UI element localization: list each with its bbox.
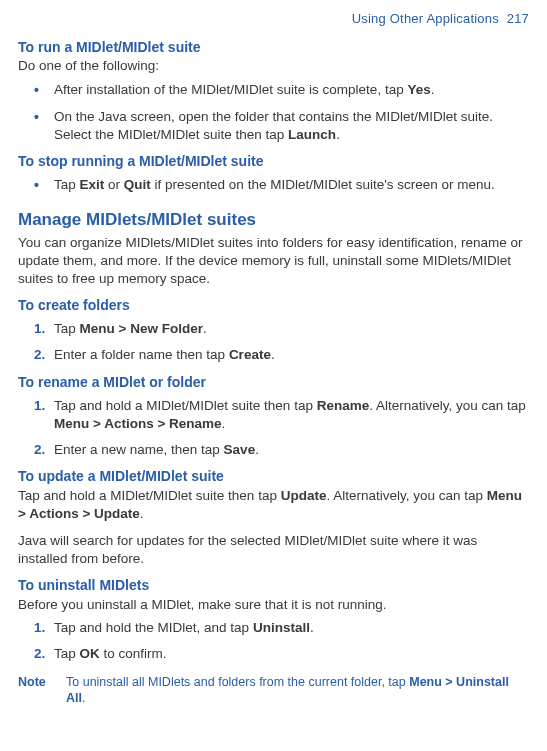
- section-title-stop: To stop running a MIDlet/MIDlet suite: [18, 152, 529, 171]
- num-item: 2. Tap OK to confirm.: [18, 645, 529, 663]
- rename-steps: 1. Tap and hold a MIDlet/MIDlet suite th…: [18, 397, 529, 460]
- stop-bullets: • Tap Exit or Quit if presented on the M…: [18, 176, 529, 195]
- section-title-uninstall: To uninstall MIDlets: [18, 576, 529, 595]
- step-number: 2.: [34, 441, 54, 459]
- bullet-text: On the Java screen, open the folder that…: [54, 108, 529, 144]
- step-number: 1.: [34, 619, 54, 637]
- step-text: Tap and hold a MIDlet/MIDlet suite then …: [54, 397, 529, 433]
- step-number: 2.: [34, 346, 54, 364]
- uninstall-steps: 1. Tap and hold the MIDlet, and tap Unin…: [18, 619, 529, 663]
- run-bullets: • After installation of the MIDlet/MIDle…: [18, 81, 529, 144]
- update-para1: Tap and hold a MIDlet/MIDlet suite then …: [18, 487, 529, 523]
- bullet-icon: •: [34, 108, 54, 144]
- bullet-item: • Tap Exit or Quit if presented on the M…: [18, 176, 529, 195]
- step-text: Tap Menu > New Folder.: [54, 320, 529, 338]
- section-title-create: To create folders: [18, 296, 529, 315]
- step-number: 2.: [34, 645, 54, 663]
- step-text: Enter a folder name then tap Create.: [54, 346, 529, 364]
- run-intro: Do one of the following:: [18, 57, 529, 75]
- section-title-rename: To rename a MIDlet or folder: [18, 373, 529, 392]
- uninstall-intro: Before you uninstall a MIDlet, make sure…: [18, 596, 529, 614]
- step-text: Enter a new name, then tap Save.: [54, 441, 529, 459]
- note-label: Note: [18, 674, 66, 708]
- num-item: 1. Tap Menu > New Folder.: [18, 320, 529, 338]
- num-item: 1. Tap and hold the MIDlet, and tap Unin…: [18, 619, 529, 637]
- step-number: 1.: [34, 320, 54, 338]
- bullet-icon: •: [34, 176, 54, 195]
- bullet-item: • After installation of the MIDlet/MIDle…: [18, 81, 529, 100]
- bullet-text: After installation of the MIDlet/MIDlet …: [54, 81, 529, 100]
- step-text: Tap and hold the MIDlet, and tap Uninsta…: [54, 619, 529, 637]
- create-steps: 1. Tap Menu > New Folder. 2. Enter a fol…: [18, 320, 529, 364]
- page-header: Using Other Applications 217: [18, 10, 529, 28]
- note-text: To uninstall all MIDlets and folders fro…: [66, 674, 529, 708]
- header-label: Using Other Applications: [352, 11, 499, 26]
- section-title-run: To run a MIDlet/MIDlet suite: [18, 38, 529, 57]
- note-row: Note To uninstall all MIDlets and folder…: [18, 674, 529, 708]
- step-text: Tap OK to confirm.: [54, 645, 529, 663]
- section-title-manage: Manage MIDlets/MIDlet suites: [18, 209, 529, 232]
- section-title-update: To update a MIDlet/MIDlet suite: [18, 467, 529, 486]
- num-item: 1. Tap and hold a MIDlet/MIDlet suite th…: [18, 397, 529, 433]
- page-number: 217: [507, 11, 529, 26]
- num-item: 2. Enter a new name, then tap Save.: [18, 441, 529, 459]
- update-para2: Java will search for updates for the sel…: [18, 532, 529, 568]
- manage-intro: You can organize MIDlets/MIDlet suites i…: [18, 234, 529, 289]
- num-item: 2. Enter a folder name then tap Create.: [18, 346, 529, 364]
- step-number: 1.: [34, 397, 54, 433]
- bullet-item: • On the Java screen, open the folder th…: [18, 108, 529, 144]
- bullet-text: Tap Exit or Quit if presented on the MID…: [54, 176, 529, 195]
- bullet-icon: •: [34, 81, 54, 100]
